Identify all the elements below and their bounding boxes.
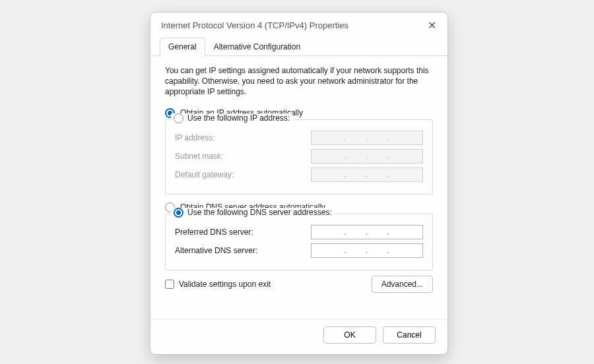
close-icon[interactable]: ✕ (425, 19, 438, 32)
field-label: Preferred DNS server: (175, 228, 253, 237)
radio-icon (174, 113, 183, 123)
field-preferred-dns: Preferred DNS server: ... (175, 225, 423, 239)
field-alternative-dns: Alternative DNS server: ... (175, 243, 423, 258)
field-ip-address: IP address: ... (175, 131, 423, 145)
dialog-body: You can get IP settings assigned automat… (150, 56, 447, 319)
radio-label: Use the following DNS server addresses: (187, 208, 332, 217)
checkbox-label: Validate settings upon exit (179, 280, 271, 289)
dialog-title: Internet Protocol Version 4 (TCP/IPv4) P… (161, 20, 348, 30)
titlebar: Internet Protocol Version 4 (TCP/IPv4) P… (150, 13, 447, 37)
default-gateway-input: ... (311, 167, 423, 182)
alternative-dns-input[interactable]: ... (311, 243, 423, 258)
field-subnet-mask: Subnet mask: ... (175, 149, 423, 164)
advanced-button[interactable]: Advanced... (372, 276, 433, 293)
ok-button[interactable]: OK (323, 326, 376, 344)
radio-label: Use the following IP address: (187, 113, 290, 123)
tab-general[interactable]: General (160, 38, 205, 56)
tab-row: General Alternative Configuration (150, 37, 447, 56)
subnet-mask-input: ... (311, 149, 423, 164)
radio-ip-manual[interactable]: Use the following IP address: (171, 113, 292, 123)
radio-dns-manual[interactable]: Use the following DNS server addresses: (171, 208, 335, 218)
field-label: Subnet mask: (175, 152, 223, 161)
description-text: You can get IP settings assigned automat… (165, 65, 433, 98)
field-label: IP address: (175, 133, 214, 142)
radio-icon (174, 208, 183, 218)
tab-alternative-configuration[interactable]: Alternative Configuration (205, 38, 309, 56)
checkbox-icon (165, 280, 174, 289)
field-label: Default gateway: (175, 170, 234, 179)
field-label: Alternative DNS server: (175, 246, 257, 255)
cancel-button[interactable]: Cancel (383, 326, 436, 344)
field-default-gateway: Default gateway: ... (175, 167, 423, 182)
dialog-footer: OK Cancel (150, 319, 447, 354)
group-ip-manual: Use the following IP address: IP address… (165, 119, 433, 195)
preferred-dns-input[interactable]: ... (311, 225, 423, 239)
ipv4-properties-dialog: Internet Protocol Version 4 (TCP/IPv4) P… (150, 12, 448, 355)
group-dns-manual: Use the following DNS server addresses: … (165, 214, 433, 270)
ip-address-input: ... (311, 131, 423, 145)
